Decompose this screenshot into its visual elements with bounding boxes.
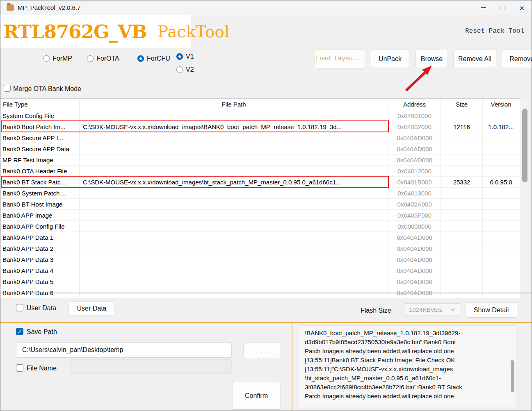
radio-forota[interactable]: ForOTA [87, 55, 119, 62]
table-row[interactable]: Bank0 APP Data 50x040AD000 [0, 276, 520, 287]
cell-version [482, 265, 519, 276]
file-name-input[interactable] [70, 359, 232, 374]
cell-file-type: Bank0 OTA Header File [0, 166, 79, 176]
cell-file-type: Bank0 APP Data 1 [0, 232, 79, 243]
table-row[interactable]: Bank0 BT Host Image0x0402A000 [0, 199, 520, 210]
save-path-input[interactable] [17, 342, 232, 358]
header-address[interactable]: Address [388, 99, 441, 110]
unpack-button[interactable]: UnPack [371, 50, 409, 68]
log-line: [13:55:11]"C:\SDK-MOUSE-vx.x.x.x\downloa… [305, 365, 505, 374]
check-icon: ✓ [18, 329, 22, 334]
cell-file-type: Bank0 BT Stack Patc... [0, 177, 79, 187]
cell-file-type: Bank0 APP Data 4 [0, 265, 79, 276]
cell-address: 0x040AD000 [388, 154, 441, 165]
radio-label: V2 [186, 66, 194, 73]
load-layout-button[interactable]: Load Layou... [315, 49, 365, 68]
reset-pack-tool-link[interactable]: Reset Pack Tool [465, 27, 524, 35]
cell-version [482, 243, 519, 254]
check-icon: ✓ [5, 86, 9, 91]
cell-file-path: C:\SDK-MOUSE-vx.x.x.x\download_images\BA… [79, 121, 388, 132]
user-data-button[interactable]: User Data [68, 301, 115, 316]
app-window: MP_PackTool_v2.0.6.7 × RTL8762G_VB PackT… [0, 0, 532, 411]
browse-button[interactable]: Browse [416, 50, 448, 68]
cell-version [482, 210, 519, 220]
log-line: d3d9b017b9f85acd23750530fe9a3e0c.bin":Ba… [305, 338, 505, 347]
table-header-row: File Type File Path Address Size Version [0, 99, 520, 110]
table-row[interactable]: Bank0 OTA Header File0x04012000 [0, 166, 520, 177]
log-scrollbar-thumb[interactable] [511, 360, 514, 392]
radio-label: V1 [186, 53, 194, 60]
show-detail-button[interactable]: Show Detail [465, 302, 517, 318]
cell-file-type: Bank0 System Patch ... [0, 188, 79, 198]
table-row[interactable]: Bank0 Secure APP I...0x040AD000 [0, 132, 520, 143]
user-data-checkbox-label: User Data [27, 304, 56, 312]
maximize-button[interactable] [493, 0, 512, 15]
cell-version [482, 254, 519, 265]
header-size[interactable]: Size [441, 99, 482, 110]
app-icon [7, 5, 14, 11]
cell-address: 0x040AD000 [388, 132, 441, 143]
table-row[interactable]: Bank0 APP Data 30x040AD000 [0, 254, 520, 265]
panel-divider [0, 293, 532, 293]
minimize-icon [481, 7, 486, 8]
log-line: Patch Imageis already been added,will re… [305, 347, 505, 356]
table-scrollbar-thumb[interactable] [522, 109, 527, 182]
cell-address: 0x040AD000 [388, 143, 441, 154]
cell-address: 0x040AD000 [388, 243, 441, 254]
radio-v1[interactable]: V1 [176, 53, 194, 60]
table-row[interactable]: Bank0 APP Data 40x040AD000 [0, 265, 520, 276]
cell-file-path [79, 188, 388, 198]
cell-size [441, 110, 482, 121]
cell-file-type: Bank0 APP Data 3 [0, 254, 79, 265]
save-path-checkbox[interactable]: ✓ [16, 328, 23, 335]
close-icon: × [519, 4, 524, 12]
table-row[interactable]: MP RF Test Image0x040AD000 [0, 154, 520, 166]
radio-icon [176, 53, 183, 60]
close-button[interactable]: × [512, 0, 532, 15]
log-line: [13:55:11]Bank0 BT Stack Patch Image: Fi… [305, 356, 505, 365]
table-scrollbar[interactable] [521, 98, 530, 291]
cell-size [441, 265, 482, 276]
merge-ota-checkbox[interactable]: ✓ [4, 85, 11, 92]
table-row[interactable]: System Config File0x04001000 [0, 110, 520, 121]
cell-version [482, 154, 519, 165]
remove-all-button[interactable]: Remove All [453, 50, 496, 68]
cell-address: 0x040AD000 [388, 276, 441, 287]
header-file-type[interactable]: File Type [0, 99, 79, 110]
confirm-button[interactable]: Confirm [232, 382, 281, 410]
cell-address: 0x040AD000 [388, 232, 441, 243]
cell-file-path [79, 254, 388, 265]
log-line: \bt_stack_patch_MP_master_0.0.95.0_a61d6… [305, 374, 505, 383]
table-row[interactable]: Bank0 Boot Patch Im...C:\SDK-MOUSE-vx.x.… [0, 121, 520, 132]
cell-file-path [79, 166, 388, 176]
flash-size-dropdown[interactable]: 1024KBytes [404, 303, 460, 316]
radio-forcfu[interactable]: ForCFU [137, 55, 170, 62]
header-version[interactable]: Version [482, 99, 519, 110]
browse-save-path-button[interactable]: . . . [243, 342, 281, 358]
radio-formp[interactable]: ForMP [43, 55, 72, 62]
table-row[interactable]: Bank0 System Patch ...0x04013000 [0, 188, 520, 199]
cell-file-type: Bank0 BT Host Image [0, 199, 79, 209]
cell-version [482, 188, 519, 198]
cell-file-path [79, 243, 388, 254]
table-row[interactable]: Bank0 BT Stack Patc...C:\SDK-MOUSE-vx.x.… [0, 177, 520, 188]
header-file-path[interactable]: File Path [79, 99, 388, 110]
cell-version: 0.0.95.0 [482, 177, 519, 187]
radio-v2[interactable]: V2 [176, 66, 194, 73]
table-row[interactable]: Bank0 APP Data 10x040AD000 [0, 232, 520, 243]
table-row[interactable]: Bank0 APP Data 20x040AD000 [0, 243, 520, 254]
cell-file-type: Bank0 Secure APP Data [0, 143, 79, 154]
user-data-checkbox[interactable]: ✓ [16, 304, 23, 311]
logo-chip-name: RTL8762G_VB [3, 21, 147, 43]
table-row[interactable]: Bank0 APP Image0x0405F000 [0, 210, 520, 221]
cell-file-path [79, 143, 388, 154]
table-row[interactable]: Bank0 Secure APP Data0x040AD000 [0, 143, 520, 154]
table-row[interactable]: Bank0 APP Config File0x00000000 [0, 221, 520, 232]
remove-button[interactable]: Remove [502, 50, 532, 68]
cell-file-path [79, 276, 388, 287]
log-output[interactable]: \BANK0_boot_patch_MP_release_1.0.182.19_… [299, 325, 516, 407]
minimize-button[interactable] [474, 0, 493, 15]
file-name-checkbox[interactable]: ✓ [16, 364, 23, 372]
radio-icon [137, 55, 144, 62]
cell-address: 0x0401B000 [388, 177, 441, 187]
